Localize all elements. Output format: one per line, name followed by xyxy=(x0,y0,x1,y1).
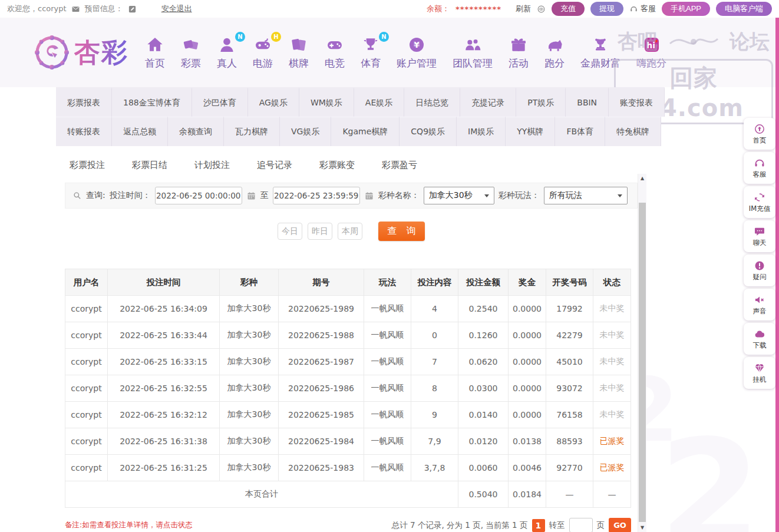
lottery-subtab[interactable]: 彩票账变 xyxy=(306,154,368,176)
nav-item[interactable]: 团队管理 xyxy=(453,35,493,70)
report-tab[interactable]: 返点总额 xyxy=(112,117,168,146)
report-tab[interactable]: VG娱乐 xyxy=(280,117,331,146)
yesterday-button[interactable]: 昨日 xyxy=(308,223,332,240)
report-tab[interactable]: 瓦力棋牌 xyxy=(224,117,280,146)
cell-play: 一帆风顺 xyxy=(364,428,411,455)
query-button[interactable]: 查 询 xyxy=(378,222,425,241)
report-tab[interactable]: Kgame棋牌 xyxy=(331,117,400,146)
status-cell[interactable]: 未中奖 xyxy=(593,296,631,322)
mobile-app-button[interactable]: 手机APP xyxy=(662,2,710,16)
report-tab[interactable]: 账变报表 xyxy=(609,87,665,117)
nav-item-label: 嗨跑分 xyxy=(636,57,666,70)
content-scrollbar[interactable]: ▲ ▼ xyxy=(638,174,646,532)
today-button[interactable]: 今日 xyxy=(278,223,302,240)
scroll-down-arrow[interactable]: ▼ xyxy=(638,523,646,532)
nav-item[interactable]: 彩票 xyxy=(181,35,201,70)
status-cell[interactable]: 未中奖 xyxy=(593,402,631,428)
float-sidebar-item[interactable]: 声音 xyxy=(744,289,775,320)
float-sidebar-item[interactable]: 挂机 xyxy=(744,357,775,389)
bet-time-from-input[interactable] xyxy=(155,187,242,204)
goto-page-input[interactable] xyxy=(569,518,593,532)
report-tab[interactable]: 188金宝博体育 xyxy=(112,87,192,117)
status-cell[interactable]: 已派奖 xyxy=(593,428,631,455)
nav-item-label: 棋牌 xyxy=(289,57,309,70)
pc-client-button[interactable]: 电脑客户端 xyxy=(716,2,772,16)
report-tab[interactable]: WM娱乐 xyxy=(299,87,354,117)
calendar-icon[interactable] xyxy=(364,191,374,201)
report-tab[interactable]: 充提记录 xyxy=(460,87,516,117)
report-tab[interactable]: BBIN xyxy=(566,87,609,117)
scrollbar-thumb[interactable] xyxy=(639,203,646,522)
lottery-subtab[interactable]: 计划投注 xyxy=(181,154,243,176)
recharge-button[interactable]: 充值 xyxy=(552,2,585,16)
float-sidebar-item[interactable]: 下载 xyxy=(744,323,775,355)
report-tab[interactable]: 日结总览 xyxy=(404,87,460,117)
lottery-subtab[interactable]: 彩票日结 xyxy=(118,154,181,176)
report-tab[interactable]: 特兔棋牌 xyxy=(605,117,661,146)
report-tab[interactable]: AG娱乐 xyxy=(248,87,299,117)
nav-item[interactable]: 电竞 xyxy=(325,35,345,70)
cell-username: ccorypt xyxy=(65,428,108,455)
cell-play: 一帆风顺 xyxy=(364,402,411,428)
lottery-icon xyxy=(181,35,200,54)
go-button[interactable]: GO xyxy=(609,518,631,532)
status-cell[interactable]: 未中奖 xyxy=(593,322,631,349)
status-cell[interactable]: 已派奖 xyxy=(593,455,631,481)
message-icon[interactable] xyxy=(71,5,80,14)
report-tab[interactable]: AE娱乐 xyxy=(354,87,404,117)
float-sidebar-item[interactable]: 首页 xyxy=(744,118,775,150)
float-sidebar-item[interactable]: 客服 xyxy=(744,152,775,184)
nav-item[interactable]: hi 嗨跑分 xyxy=(636,35,666,70)
report-tab[interactable]: IM娱乐 xyxy=(457,117,506,146)
refresh-balance-link[interactable]: 刷新 xyxy=(516,4,531,14)
current-page-button[interactable]: 1 xyxy=(532,519,545,532)
bet-time-to-input[interactable] xyxy=(273,187,360,204)
scrollbar-track[interactable] xyxy=(638,183,646,523)
nav-item[interactable]: 棋牌 xyxy=(289,35,309,70)
nav-item[interactable]: 金鼎财富 xyxy=(580,35,620,70)
cell-content: 4 xyxy=(411,296,458,322)
lottery-subtab[interactable]: 彩票盈亏 xyxy=(368,154,431,176)
nav-badge: N xyxy=(235,32,245,42)
report-tab[interactable]: PT娱乐 xyxy=(516,87,566,117)
status-cell[interactable]: 未中奖 xyxy=(593,349,631,375)
report-tab[interactable]: FB体育 xyxy=(555,117,605,146)
calendar-icon[interactable] xyxy=(246,191,256,201)
logout-link[interactable]: 安全退出 xyxy=(161,4,192,14)
report-tab[interactable]: 彩票报表 xyxy=(56,87,112,117)
customer-service-link[interactable]: 客服 xyxy=(629,4,656,14)
play-type-select[interactable]: 所有玩法 xyxy=(544,187,628,204)
cell-content: 8 xyxy=(411,375,458,402)
withdraw-button[interactable]: 提现 xyxy=(590,2,623,16)
nav-item[interactable]: 首页 xyxy=(145,35,165,70)
report-tab[interactable]: CQ9娱乐 xyxy=(400,117,457,146)
site-logo[interactable]: 杏彩 xyxy=(34,35,128,70)
report-tab[interactable]: 沙巴体育 xyxy=(192,87,248,117)
nav-item[interactable]: H 电游 xyxy=(253,35,273,70)
nav-item[interactable]: 活动 xyxy=(509,35,529,70)
nav-item[interactable]: 跑分 xyxy=(544,35,565,70)
summary-numbers: — xyxy=(546,481,593,508)
chat-icon xyxy=(754,226,765,237)
float-sidebar-item[interactable]: 聊天 xyxy=(744,220,775,252)
to-label: 至 xyxy=(260,190,269,201)
scroll-up-arrow[interactable]: ▲ xyxy=(638,174,646,183)
report-tab[interactable]: YY棋牌 xyxy=(506,117,555,146)
float-sidebar-label: 疑问 xyxy=(753,273,767,282)
nav-item[interactable]: N 体育 xyxy=(361,35,381,70)
report-tab[interactable]: 余额查询 xyxy=(168,117,224,146)
nav-item[interactable]: ¥ 账户管理 xyxy=(397,35,437,70)
float-sidebar-item[interactable]: 疑问 xyxy=(744,255,775,286)
cell-prize: 0.0046 xyxy=(509,455,546,481)
question-icon xyxy=(754,260,765,272)
report-tab[interactable]: 转账报表 xyxy=(56,117,112,146)
edit-icon[interactable] xyxy=(128,5,137,14)
float-sidebar-item[interactable]: IM充值 xyxy=(744,186,775,218)
this-week-button[interactable]: 本周 xyxy=(338,223,362,240)
lottery-subtab[interactable]: 彩票投注 xyxy=(56,154,118,176)
nav-item[interactable]: N 真人 xyxy=(217,35,237,70)
status-cell[interactable]: 未中奖 xyxy=(593,375,631,402)
eye-icon[interactable] xyxy=(537,5,546,14)
lottery-name-select[interactable]: 加拿大30秒 xyxy=(424,187,494,204)
lottery-subtab[interactable]: 追号记录 xyxy=(243,154,306,176)
